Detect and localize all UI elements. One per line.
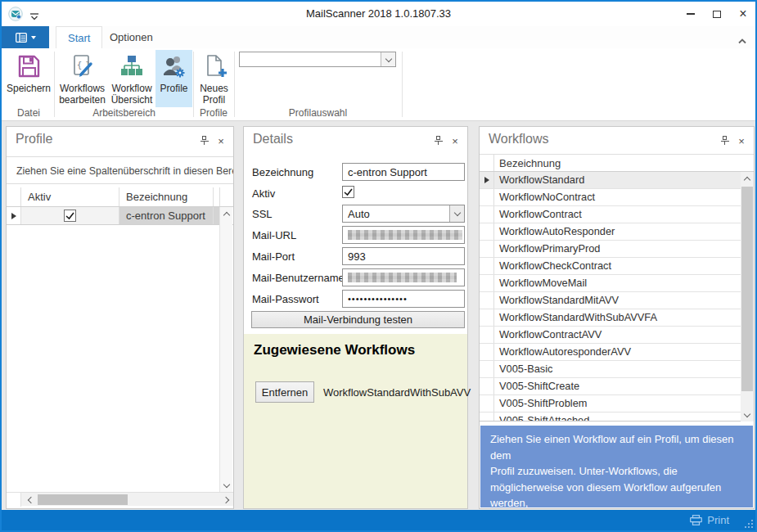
mail-verbindung-testen-button[interactable]: Mail-Verbindung testen: [251, 311, 465, 328]
column-header-bezeichnung[interactable]: Bezeichnung: [119, 187, 214, 206]
workflows-panel: Workflows × Bezeichnung WorkflowStandard…: [479, 126, 755, 509]
details-panel: Details × Bezeichnung c-entron Support A…: [243, 126, 468, 509]
workflow-uebersicht-button[interactable]: Workflow Übersicht: [109, 50, 155, 107]
profilauswahl-dropdown-icon[interactable]: [381, 52, 395, 66]
resize-grip[interactable]: [743, 518, 754, 529]
close-panel-icon[interactable]: ×: [736, 135, 747, 147]
workflows-panel-header: Workflows ×: [480, 127, 754, 153]
workflows-vscrollbar[interactable]: [741, 172, 754, 422]
maximize-icon: [713, 11, 721, 18]
workflow-overview-orgchart-icon: [119, 52, 145, 80]
profilauswahl-combobox[interactable]: [239, 52, 396, 67]
neues-profil-button[interactable]: Neues Profil: [196, 50, 232, 107]
column-header-aktiv[interactable]: Aktiv: [21, 187, 119, 206]
tab-optionen[interactable]: Optionen: [98, 26, 164, 48]
workflow-name: WorkflowContract: [499, 206, 582, 223]
pin-icon[interactable]: [719, 135, 731, 147]
workflow-row[interactable]: V005-ShiftProblem: [480, 395, 741, 413]
column-header-clipped: [214, 187, 220, 206]
mail-passwort-label: Mail-Passwort: [252, 293, 319, 305]
tab-start[interactable]: Start: [56, 26, 102, 48]
maximize-button[interactable]: [705, 2, 729, 26]
hscroll-thumb[interactable]: [38, 494, 128, 505]
row-indicator-arrow-icon: [484, 177, 489, 183]
mail-url-input[interactable]: [342, 226, 465, 244]
ribbon: Speichern Datei { } Workflows bearbeiten: [2, 48, 755, 121]
workflow-row[interactable]: WorkflowStandard: [480, 172, 741, 189]
printer-icon: [690, 515, 702, 525]
profiles-people-gear-icon: [161, 52, 187, 80]
close-icon: ×: [739, 7, 746, 20]
scroll-up-icon[interactable]: [741, 172, 754, 185]
workflow-uebersicht-label: Workflow Übersicht: [109, 83, 155, 106]
bezeichnung-cell[interactable]: c-entron Support: [119, 207, 214, 224]
entfernen-button[interactable]: Entfernen: [255, 381, 314, 403]
workflow-row[interactable]: V005-ShiftCreate: [480, 378, 741, 395]
close-panel-icon[interactable]: ×: [449, 135, 461, 147]
details-panel-title: Details: [253, 132, 293, 147]
statusbar: Print: [2, 510, 755, 530]
workflows-bearbeiten-button[interactable]: { } Workflows bearbeiten: [57, 50, 107, 107]
workflows-bearbeiten-label: Workflows bearbeiten: [57, 83, 107, 106]
ribbon-group-arbeitsbereich: Arbeitsbereich: [56, 107, 192, 119]
drag-workflow-hint: Ziehen Sie einen Workflow auf ein Profil…: [480, 426, 753, 507]
workflow-row[interactable]: WorkflowAutoResponder: [480, 223, 741, 241]
workflow-row[interactable]: WorkflowPrimaryProd: [480, 241, 741, 258]
column-header-bezeichnung[interactable]: Bezeichnung: [494, 155, 754, 171]
vscroll-thumb[interactable]: [741, 187, 753, 391]
ssl-select[interactable]: Auto: [342, 205, 465, 223]
print-button[interactable]: Print: [690, 510, 729, 530]
close-button[interactable]: ×: [731, 2, 755, 26]
scroll-down-icon[interactable]: [741, 408, 754, 422]
scroll-right-icon[interactable]: [220, 493, 233, 507]
app-window: MailScanner 2018 1.0.1807.33 × Start Opt…: [0, 0, 757, 532]
workflow-row[interactable]: WorkflowStandardWithSubAVVFA: [480, 309, 741, 327]
aktiv-checkbox[interactable]: [342, 186, 354, 198]
workflow-row[interactable]: WorkflowMoveMail: [480, 275, 741, 292]
checkbox-checked-icon[interactable]: [64, 210, 76, 222]
scrollbar-corner: [7, 493, 21, 507]
pin-icon[interactable]: [199, 135, 210, 147]
workflow-row[interactable]: WorkflowContract: [480, 206, 741, 223]
profiles-hscrollbar[interactable]: [7, 492, 233, 506]
collapse-ribbon-icon[interactable]: [737, 33, 747, 47]
workflow-row[interactable]: WorkflowCheckContract: [480, 258, 741, 275]
scroll-left-icon[interactable]: [23, 493, 36, 507]
mail-passwort-input[interactable]: •••••••••••••••: [342, 290, 465, 308]
titlebar: MailScanner 2018 1.0.1807.33 ×: [2, 2, 755, 26]
assigned-workflows-heading: Zugewiesene Workflows: [254, 342, 415, 358]
minimize-button[interactable]: [678, 2, 703, 26]
indicator-column-header: [480, 155, 494, 171]
ssl-dropdown-icon[interactable]: [449, 205, 464, 222]
quick-access-dropdown-icon[interactable]: [29, 10, 39, 25]
workflow-row[interactable]: WorkflowNoContract: [480, 189, 741, 206]
ribbon-group-profilauswahl: Profilauswahl: [234, 107, 402, 119]
workflow-row[interactable]: WorkflowStandardMitAVV: [480, 292, 741, 309]
mail-benutzername-input[interactable]: [342, 268, 465, 286]
indicator-column-header: [7, 187, 21, 206]
window-title: MailScanner 2018 1.0.1807.33: [2, 2, 755, 26]
workflow-row[interactable]: V005-ShiftAttached: [480, 413, 741, 422]
bezeichnung-input[interactable]: c-entron Support: [342, 163, 465, 181]
workflow-row[interactable]: WorkflowAutoresponderAVV: [480, 344, 741, 361]
profiles-vscrollbar[interactable]: [219, 207, 232, 492]
workflow-name: WorkflowStandardMitAVV: [499, 292, 619, 309]
neues-profil-label: Neues Profil: [196, 83, 232, 106]
workflow-row[interactable]: WorkflowContractAVV: [480, 327, 741, 344]
application-menu-button[interactable]: [2, 26, 49, 48]
details-panel-header: Details ×: [244, 127, 467, 153]
close-panel-icon[interactable]: ×: [215, 135, 227, 147]
ssl-label: SSL: [252, 208, 273, 220]
scroll-down-icon[interactable]: [220, 479, 233, 492]
pin-icon[interactable]: [433, 135, 444, 147]
profile-button[interactable]: Profile: [155, 50, 192, 107]
save-button[interactable]: Speichern: [7, 50, 51, 107]
workflow-row[interactable]: V005-Basic: [480, 361, 741, 378]
scroll-up-icon[interactable]: [220, 207, 233, 220]
mail-port-input[interactable]: 993: [342, 247, 465, 265]
aktiv-cell[interactable]: [21, 207, 119, 224]
new-profile-page-plus-icon: [201, 52, 228, 80]
profile-row[interactable]: c-entron Support: [7, 207, 233, 225]
aktiv-label: Aktiv: [252, 187, 275, 200]
test-button-label: Mail-Verbindung testen: [304, 313, 412, 326]
